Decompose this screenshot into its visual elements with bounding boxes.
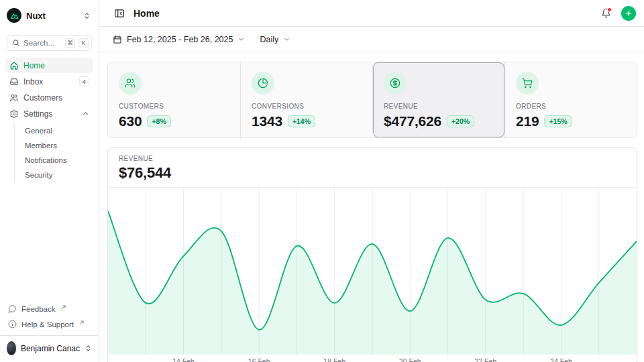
sidebar-item-notifications[interactable]: Notifications (22, 153, 93, 168)
stat-card-revenue[interactable]: REVENUE $477,626 +20% (372, 62, 504, 137)
stat-change-badge: +8% (147, 115, 170, 127)
kbd-cmd: ⌘ (65, 38, 75, 48)
sidebar-item-general[interactable]: General (22, 123, 93, 138)
stat-value: $477,626 (384, 113, 441, 129)
x-tick-label: 24 Feb (550, 357, 572, 362)
sidebar-footer: Feedback Help & Support (5, 302, 93, 335)
date-range-picker[interactable]: Feb 12, 2025 - Feb 26, 2025 (111, 32, 246, 47)
inbox-count-badge: 4 (79, 76, 89, 86)
gear-icon (9, 109, 19, 119)
workspace-switcher[interactable]: Nuxt (5, 7, 93, 24)
sidebar-item-security[interactable]: Security (22, 168, 93, 182)
granularity-select[interactable]: Daily (258, 32, 292, 47)
main-area: Home Feb 12, 2025 - Feb 26, 2025 Daily (99, 0, 644, 362)
users-icon (9, 93, 19, 103)
kbd-k: K (78, 38, 89, 48)
revenue-chart-svg[interactable] (108, 188, 637, 355)
stat-label: REVENUE (384, 103, 494, 110)
stat-card-customers[interactable]: CUSTOMERS 630 +8% (108, 62, 240, 137)
stat-card-orders[interactable]: ORDERS 219 +15% (504, 62, 637, 137)
stat-change-badge: +14% (288, 115, 315, 127)
dollar-circle-icon (384, 72, 407, 95)
home-icon (9, 61, 19, 70)
stat-change-badge: +20% (447, 115, 474, 127)
sidebar-item-inbox[interactable]: Inbox 4 (5, 74, 93, 89)
app-window: Nuxt Search... ⌘ K Home (0, 0, 644, 362)
add-button[interactable] (621, 6, 636, 21)
chat-bubble-icon (8, 304, 17, 313)
stat-change-badge: +15% (544, 115, 572, 127)
chevrons-up-down-icon (85, 345, 92, 352)
collapse-sidebar-button[interactable] (111, 5, 127, 21)
chart-x-labels: 14 Feb16 Feb18 Feb20 Feb22 Feb24 Feb (108, 355, 637, 362)
sidebar-item-home[interactable]: Home (5, 58, 93, 73)
search-placeholder: Search... (23, 39, 62, 47)
stat-card-conversions[interactable]: CONVERSIONS 1343 +14% (240, 62, 372, 137)
stat-value: 630 (119, 113, 142, 129)
info-icon (8, 320, 17, 328)
x-tick-label: 16 Feb (248, 357, 270, 362)
chevrons-up-down-icon (83, 12, 91, 19)
sidebar-item-members[interactable]: Members (22, 138, 93, 153)
feedback-label: Feedback (21, 305, 56, 313)
search-icon (12, 39, 20, 47)
chart-header: REVENUE $76,544 (108, 148, 637, 188)
calendar-icon (113, 35, 122, 44)
help-support-label: Help & Support (21, 320, 74, 328)
sidebar: Nuxt Search... ⌘ K Home (0, 0, 99, 362)
settings-submenu: General Members Notifications Security (14, 123, 93, 182)
stats-row: CUSTOMERS 630 +8% CONVERSIONS 1343 +14% (107, 62, 637, 138)
cart-icon (516, 72, 539, 95)
user-menu[interactable]: Benjamin Canac (0, 335, 99, 357)
notification-dot (607, 7, 612, 12)
stat-label: ORDERS (516, 103, 626, 110)
sidebar-item-label: Inbox (23, 77, 74, 86)
sidebar-item-label: Customers (23, 93, 89, 103)
inbox-icon (9, 77, 19, 86)
sidebar-item-customers[interactable]: Customers (5, 90, 93, 105)
stat-value: 219 (516, 113, 539, 129)
external-link-icon (79, 318, 85, 326)
x-tick-label: 18 Feb (323, 357, 345, 362)
chevron-up-icon (82, 110, 89, 117)
sidebar-item-label: Settings (23, 109, 77, 119)
x-tick-label: 14 Feb (172, 357, 195, 362)
stat-label: CUSTOMERS (119, 103, 229, 110)
search-input[interactable]: Search... ⌘ K (7, 35, 92, 51)
page-content: CUSTOMERS 630 +8% CONVERSIONS 1343 +14% (99, 52, 644, 362)
x-tick-label: 20 Feb (399, 357, 421, 362)
stat-label: CONVERSIONS (252, 103, 362, 110)
user-name: Benjamin Canac (21, 344, 80, 353)
pie-chart-icon (252, 72, 274, 95)
page-header: Home (99, 0, 644, 27)
sidebar-item-label: Home (23, 61, 89, 70)
x-tick-label: 22 Feb (474, 357, 496, 362)
stat-value: 1343 (252, 113, 282, 129)
nuxt-logo-icon (7, 8, 21, 23)
avatar (7, 341, 16, 355)
feedback-link[interactable]: Feedback (5, 302, 93, 316)
chart-total: $76,544 (119, 164, 626, 182)
page-title: Home (133, 8, 592, 19)
chart-title: REVENUE (119, 155, 626, 162)
notifications-button[interactable] (598, 5, 614, 21)
date-range-label: Feb 12, 2025 - Feb 26, 2025 (127, 35, 233, 44)
users-icon (119, 72, 142, 95)
help-support-link[interactable]: Help & Support (5, 317, 93, 331)
sidebar-nav: Home Inbox 4 Customers Settings (5, 58, 93, 182)
filters-toolbar: Feb 12, 2025 - Feb 26, 2025 Daily (99, 27, 644, 52)
sidebar-item-settings[interactable]: Settings (5, 106, 93, 121)
granularity-label: Daily (260, 35, 278, 44)
revenue-chart-card: REVENUE $76,544 14 Feb16 Feb18 Feb20 Feb… (107, 147, 637, 362)
chevron-down-icon (237, 36, 245, 43)
chevron-down-icon (283, 36, 290, 43)
workspace-name: Nuxt (26, 11, 78, 21)
external-link-icon (61, 303, 66, 311)
